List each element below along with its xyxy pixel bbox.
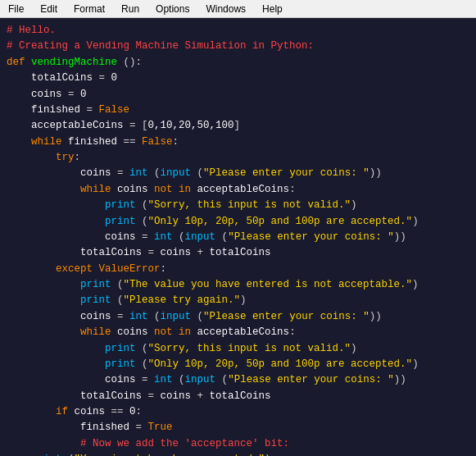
menu-run[interactable]: Run <box>113 2 147 16</box>
code-editor[interactable]: # Hello. # Creating a Vending Machine Si… <box>0 18 476 456</box>
menu-windows[interactable]: Windows <box>197 2 254 16</box>
menu-bar: File Edit Format Run Options Windows Hel… <box>0 0 476 18</box>
menu-format[interactable]: Format <box>66 2 113 16</box>
menu-help[interactable]: Help <box>254 2 291 16</box>
menu-edit[interactable]: Edit <box>32 2 66 16</box>
menu-file[interactable]: File <box>0 2 32 16</box>
menu-options[interactable]: Options <box>147 2 197 16</box>
